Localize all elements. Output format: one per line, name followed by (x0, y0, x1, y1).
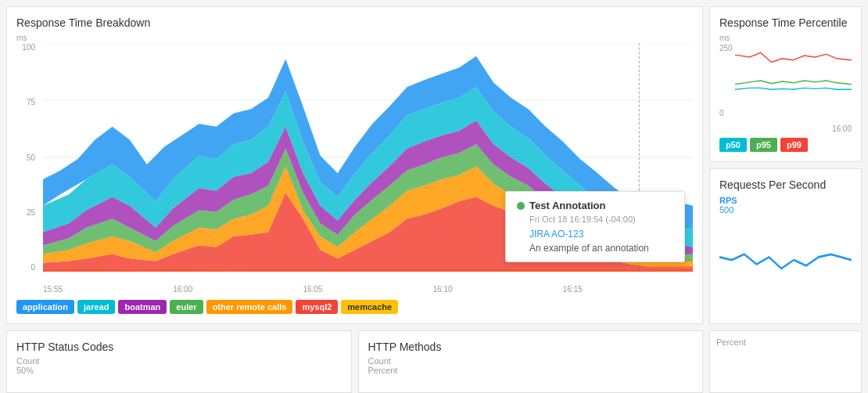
y-axis: 100 75 50 25 0 (16, 43, 38, 272)
annotation-link[interactable]: JIRA AO-123 (529, 229, 673, 240)
chart-title: Response Time Breakdown (16, 16, 693, 29)
x-tick: 16:15 (563, 285, 583, 294)
percentile-x-tick: 16:00 (832, 124, 852, 133)
y-tick: 50 (27, 153, 35, 162)
legend-item-application[interactable]: application (16, 300, 74, 314)
right-bottom-label: Percent (716, 337, 855, 347)
rps-value: 500 (719, 205, 852, 215)
http-status-codes-title: HTTP Status Codes (16, 341, 342, 353)
annotation-dot (517, 202, 525, 210)
x-tick: 16:10 (433, 285, 453, 294)
legend-item-boatman[interactable]: boatman (118, 300, 167, 314)
x-tick: 15:55 (43, 285, 63, 294)
legend-item-euler[interactable]: euler (170, 300, 203, 314)
percentile-title: Response Time Percentile (719, 16, 852, 29)
legend-item-other-remote-calls[interactable]: other remote calls (206, 300, 293, 314)
http-methods-title: HTTP Methods (368, 341, 694, 353)
http-methods-label: Count (368, 356, 694, 366)
rps-label: RPS (719, 196, 852, 205)
x-tick: 16:00 (173, 285, 192, 294)
annotation-description: An example of an annotation (529, 243, 673, 254)
http-status-codes-value: 50% (16, 366, 342, 375)
y-tick: 75 (27, 98, 35, 106)
percent-label: Percent (368, 366, 694, 375)
legend-item-memcache[interactable]: memcache (341, 300, 398, 314)
y-axis-label: ms (16, 34, 27, 42)
percentile-y-label: ms (719, 34, 852, 42)
y-tick: 0 (30, 263, 35, 272)
x-tick: 16:05 (303, 285, 322, 294)
percentile-chart (735, 44, 852, 117)
badge-p50[interactable]: p50 (719, 138, 747, 152)
y-tick: 100 (22, 43, 35, 52)
http-status-codes-label: Count (16, 356, 342, 366)
badge-p99[interactable]: p99 (780, 138, 808, 152)
annotation-title: Test Annotation (529, 200, 606, 211)
annotation-date: Fri Oct 18 16:19:54 (-04:00) (529, 215, 673, 224)
legend-item-mysql2[interactable]: mysql2 (296, 300, 338, 314)
chart-legend: application jaread boatman euler other r… (16, 300, 693, 314)
y-tick: 25 (27, 208, 35, 217)
rps-chart (719, 215, 852, 314)
legend-item-jaread[interactable]: jaread (77, 300, 115, 314)
annotation-popup: Test Annotation Fri Oct 18 16:19:54 (-04… (505, 191, 685, 262)
badge-p95[interactable]: p95 (750, 138, 777, 152)
rps-title: Requests Per Second (719, 178, 852, 191)
